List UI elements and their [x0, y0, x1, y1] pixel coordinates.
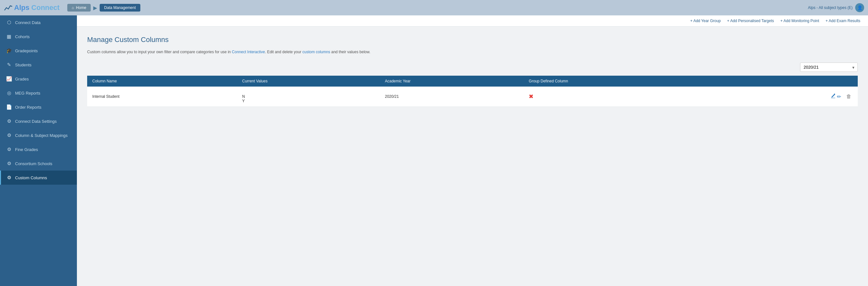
sidebar-item-label: Connect Data Settings [15, 119, 57, 124]
sidebar-item-column-subject-mappings[interactable]: ⚙ Column & Subject Mappings [0, 128, 77, 142]
sidebar-item-gradepoints[interactable]: 🎓 Gradepoints [0, 44, 77, 58]
cell-group-defined: ✖ [524, 87, 722, 107]
logo-text: Alps Connect [14, 3, 60, 12]
cell-actions: ✏ 🗑 [722, 87, 858, 107]
consortium-schools-icon: ⚙ [6, 161, 12, 166]
col-header-academic-year: Academic Year [380, 76, 524, 87]
column-subject-mappings-icon: ⚙ [6, 133, 12, 138]
year-select-row: 2020/21 2019/20 2018/19 [87, 62, 858, 72]
sidebar-item-order-reports[interactable]: 📄 Order Reports [0, 100, 77, 114]
add-year-group-button[interactable]: + Add Year Group [690, 19, 721, 23]
col-header-current-values: Current Values [237, 76, 380, 87]
logo: Alps Connect [4, 3, 60, 12]
main-layout: ⬡ Connect Data ▦ Cohorts 🎓 Gradepoints ✎… [0, 16, 868, 286]
sidebar-item-fine-grades[interactable]: ⚙ Fine Grades [0, 142, 77, 156]
sidebar-item-meg-reports[interactable]: ◎ MEG Reports [0, 86, 77, 100]
group-defined-false-icon: ✖ [529, 93, 533, 100]
add-exam-results-label: + Add Exam Results [826, 19, 860, 23]
cell-column-name: Internal Student [87, 87, 237, 107]
sidebar: ⬡ Connect Data ▦ Cohorts 🎓 Gradepoints ✎… [0, 16, 77, 286]
cell-academic-year: 2020/21 [380, 87, 524, 107]
home-label: Home [76, 5, 86, 10]
col-header-column-name: Column Name [87, 76, 237, 87]
sidebar-item-custom-columns[interactable]: ⚙ Custom Columns [0, 171, 77, 185]
home-icon: ⌂ [72, 5, 74, 10]
breadcrumb-separator: ▶ [93, 5, 97, 11]
cell-current-values: N Y [237, 87, 380, 107]
connect-interactive-link[interactable]: Connect Interactive [232, 50, 265, 54]
meg-reports-icon: ◎ [6, 90, 12, 96]
add-personalised-targets-label: + Add Personalised Targets [727, 19, 774, 23]
table-body: Internal Student N Y 2020/21 ✖ [87, 87, 858, 107]
actions-cell: ✏ 🗑 [727, 93, 852, 101]
content-area: + Add Year Group + Add Personalised Targ… [77, 16, 868, 286]
page-description: Custom columns allow you to input your o… [87, 49, 858, 55]
add-personalised-targets-button[interactable]: + Add Personalised Targets [727, 19, 774, 23]
edit-icon [831, 93, 836, 98]
add-monitoring-point-button[interactable]: + Add Monitoring Point [780, 19, 819, 23]
top-nav-right: Alps - All subject types (E) 👤 [808, 3, 864, 12]
sidebar-item-grades[interactable]: 📈 Grades [0, 72, 77, 86]
data-management-label: Data Management [104, 5, 136, 10]
page-title: Manage Custom Columns [87, 36, 858, 44]
sidebar-item-connect-data[interactable]: ⬡ Connect Data [0, 16, 77, 29]
sidebar-item-label: Gradepoints [15, 49, 38, 53]
sidebar-item-label: Custom Columns [15, 175, 47, 180]
toolbar: + Add Year Group + Add Personalised Targ… [77, 16, 868, 27]
sidebar-item-connect-data-settings[interactable]: ⚙ Connect Data Settings [0, 114, 77, 128]
fine-grades-icon: ⚙ [6, 146, 12, 152]
data-management-breadcrumb[interactable]: Data Management [100, 4, 140, 11]
sidebar-item-label: Connect Data [15, 20, 41, 25]
custom-columns-icon: ⚙ [6, 175, 12, 180]
cohorts-icon: ▦ [6, 34, 12, 39]
table-header: Column Name Current Values Academic Year… [87, 76, 858, 87]
user-label: Alps - All subject types (E) [808, 5, 852, 10]
sidebar-item-label: MEG Reports [15, 91, 40, 95]
year-select-wrapper: 2020/21 2019/20 2018/19 [800, 62, 858, 72]
page-content: Manage Custom Columns Custom columns all… [77, 27, 868, 286]
sidebar-item-consortium-schools[interactable]: ⚙ Consortium Schools [0, 156, 77, 171]
alps-logo-icon [4, 3, 13, 12]
sidebar-item-label: Grades [15, 77, 29, 81]
custom-columns-link[interactable]: custom columns [303, 50, 330, 54]
grades-icon: 📈 [6, 76, 12, 82]
connect-data-icon: ⬡ [6, 20, 12, 25]
col-header-actions [722, 76, 858, 87]
add-monitoring-point-label: + Add Monitoring Point [780, 19, 819, 23]
sidebar-item-label: Students [15, 62, 31, 67]
delete-row-button[interactable]: 🗑 [845, 93, 852, 100]
sidebar-item-cohorts[interactable]: ▦ Cohorts [0, 29, 77, 44]
students-icon: ✎ [6, 62, 12, 68]
custom-columns-table: Column Name Current Values Academic Year… [87, 76, 858, 107]
add-year-group-label: + Add Year Group [690, 19, 721, 23]
col-header-group-defined: Group Defined Column [524, 76, 722, 87]
user-avatar[interactable]: 👤 [855, 3, 864, 12]
sidebar-item-label: Column & Subject Mappings [15, 133, 68, 138]
edit-row-button[interactable]: ✏ [829, 93, 842, 101]
table-row: Internal Student N Y 2020/21 ✖ [87, 87, 858, 107]
sidebar-item-label: Order Reports [15, 105, 41, 110]
order-reports-icon: 📄 [6, 104, 12, 110]
add-exam-results-button[interactable]: + Add Exam Results [826, 19, 860, 23]
sidebar-item-students[interactable]: ✎ Students [0, 58, 77, 72]
sidebar-item-label: Fine Grades [15, 147, 38, 152]
sidebar-item-label: Cohorts [15, 34, 30, 39]
sidebar-item-label: Consortium Schools [15, 161, 52, 166]
gradepoints-icon: 🎓 [6, 48, 12, 54]
home-breadcrumb[interactable]: ⌂ Home [67, 4, 91, 11]
top-nav: Alps Connect ⌂ Home ▶ Data Management Al… [0, 0, 868, 16]
connect-data-settings-icon: ⚙ [6, 118, 12, 124]
year-select[interactable]: 2020/21 2019/20 2018/19 [800, 62, 858, 72]
